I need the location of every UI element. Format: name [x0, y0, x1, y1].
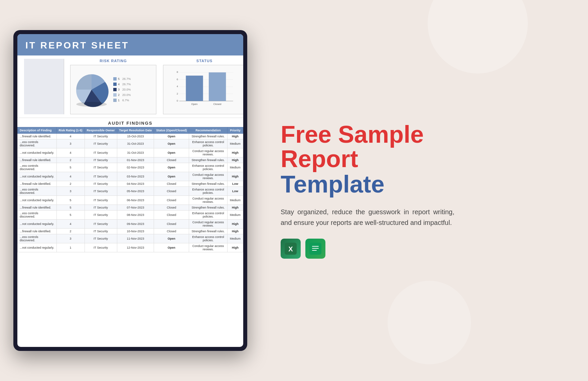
cell-rec: Conduct regular access reviews.	[189, 148, 227, 157]
cell-risk: 3	[56, 234, 85, 243]
cell-priority: Medium	[228, 196, 243, 205]
table-header-row: Description of Finding Risk Rating (1-5)…	[18, 127, 243, 134]
table-row: ...not conducted regularly. 4 IT Securit…	[18, 220, 243, 229]
svg-text:Closed: Closed	[213, 103, 222, 106]
promo-title: Free Sample Report Template	[281, 122, 568, 197]
cell-finding: ...not conducted regularly.	[18, 196, 57, 205]
cell-priority: Medium	[228, 163, 243, 172]
svg-rect-15	[312, 246, 319, 247]
promo-title-line2: Report	[281, 146, 568, 172]
cell-status: Closed	[154, 157, 189, 163]
cell-finding: ...ess controls discovered.	[18, 234, 57, 243]
cell-priority: High	[228, 134, 243, 139]
cell-priority: Low	[228, 181, 243, 187]
cell-rec: Enhance access control policies.	[189, 234, 227, 243]
cell-owner: IT Security	[85, 157, 117, 163]
cell-owner: IT Security	[85, 148, 117, 157]
cell-priority: Medium	[228, 211, 243, 220]
cell-date: 11-Nov-2023	[117, 234, 154, 243]
cell-status: Closed	[154, 211, 189, 220]
promo-title-line3: Template	[281, 172, 568, 197]
cell-status: Open	[154, 234, 189, 243]
legend-item-5: 5 26.7%	[113, 76, 131, 82]
cell-rec: Enhance access control policies.	[189, 187, 227, 196]
charts-section: RISK RATING	[17, 55, 243, 118]
cell-priority: Low	[228, 187, 243, 196]
cell-owner: IT Security	[85, 139, 117, 148]
cell-status: Closed	[154, 187, 189, 196]
svg-text:2: 2	[177, 92, 178, 95]
cell-risk: 3	[56, 187, 85, 196]
cell-status: Open	[154, 172, 189, 181]
cell-priority: High	[228, 157, 243, 163]
cell-owner: IT Security	[85, 172, 117, 181]
promo-title-line1: Free Sample	[281, 122, 568, 146]
cell-risk: 4	[56, 220, 85, 229]
cell-risk: 4	[56, 172, 85, 181]
cell-rec: Strengthen firewall rules.	[189, 134, 227, 139]
pie-chart-svg	[73, 71, 110, 108]
cell-rec: Strengthen firewall rules.	[189, 181, 227, 187]
cell-date: 01-Nov-2023	[117, 157, 154, 163]
cell-priority: High	[228, 243, 243, 252]
cell-risk: 2	[56, 229, 85, 234]
cell-priority: High	[228, 229, 243, 234]
svg-text:0: 0	[177, 99, 178, 102]
cell-owner: IT Security	[85, 134, 117, 139]
cell-date: 03-Nov-2023	[117, 172, 154, 181]
svg-text:6: 6	[177, 78, 178, 81]
cell-finding: ...firewall rule identified.	[18, 181, 57, 187]
info-area: Free Sample Report Template Stay organiz…	[254, 0, 588, 381]
svg-rect-17	[312, 250, 317, 251]
cell-rec: Conduct regular access reviews.	[189, 243, 227, 252]
cell-finding: ...ess controls discovered.	[18, 187, 57, 196]
cell-risk: 2	[56, 157, 85, 163]
legend-color-3	[113, 88, 117, 91]
cell-owner: IT Security	[85, 163, 117, 172]
legend-color-1	[113, 99, 117, 102]
table-row: ...firewall rule identified. 4 IT Securi…	[18, 134, 243, 139]
cell-owner: IT Security	[85, 243, 117, 252]
cell-status: Open	[154, 163, 189, 172]
cell-date: 10-Nov-2023	[117, 229, 154, 234]
legend-color-5	[113, 77, 117, 81]
cell-priority: Medium	[228, 139, 243, 148]
tablet-screen: IT REPORT SHEET RISK RATING	[17, 34, 243, 347]
cell-date: 08-Nov-2023	[117, 211, 154, 220]
table-row: ...not conducted regularly. 4 IT Securit…	[18, 172, 243, 181]
cell-rec: Conduct regular access reviews.	[189, 172, 227, 181]
bar-open	[186, 76, 203, 101]
slice-1	[76, 74, 92, 90]
cell-finding: ...firewall rule identified.	[18, 134, 57, 139]
cell-status: Closed	[154, 205, 189, 211]
cell-owner: IT Security	[85, 211, 117, 220]
pie-chart-block: RISK RATING	[70, 59, 156, 114]
cell-risk: 3	[56, 139, 85, 148]
cell-date: 02-Nov-2023	[117, 163, 154, 172]
table-row: ...ess controls discovered. 5 IT Securit…	[18, 163, 243, 172]
svg-text:X: X	[288, 245, 293, 253]
cell-status: Open	[154, 243, 189, 252]
device-area: IT REPORT SHEET RISK RATING	[0, 0, 254, 381]
cell-risk: 5	[56, 211, 85, 220]
cell-status: Open	[154, 134, 189, 139]
cell-rec: Strengthen firewall rules.	[189, 157, 227, 163]
cell-status: Open	[154, 139, 189, 148]
pie-wrapper: 5 26.7% 4 26.7% 3	[73, 68, 153, 111]
cell-owner: IT Security	[85, 220, 117, 229]
sheet-title: IT REPORT SHEET	[25, 40, 129, 51]
cell-risk: 5	[56, 163, 85, 172]
excel-icon[interactable]: X	[281, 239, 301, 259]
bar-wrapper: 8 6 4 2 0	[166, 68, 243, 111]
cell-date: 05-Nov-2023	[117, 187, 154, 196]
gsheets-icon[interactable]	[305, 239, 325, 259]
cell-owner: IT Security	[85, 187, 117, 196]
cell-owner: IT Security	[85, 234, 117, 243]
cell-finding: ...not conducted regularly.	[18, 220, 57, 229]
table-section: AUDIT FINDINGS Description of Finding Ri…	[17, 118, 243, 347]
cell-rec: Strengthen firewall rules.	[189, 229, 227, 234]
status-title: STATUS	[196, 59, 212, 63]
sheet-header: IT REPORT SHEET	[17, 34, 243, 55]
cell-risk: 5	[56, 205, 85, 211]
sidebar-stub	[24, 59, 64, 114]
